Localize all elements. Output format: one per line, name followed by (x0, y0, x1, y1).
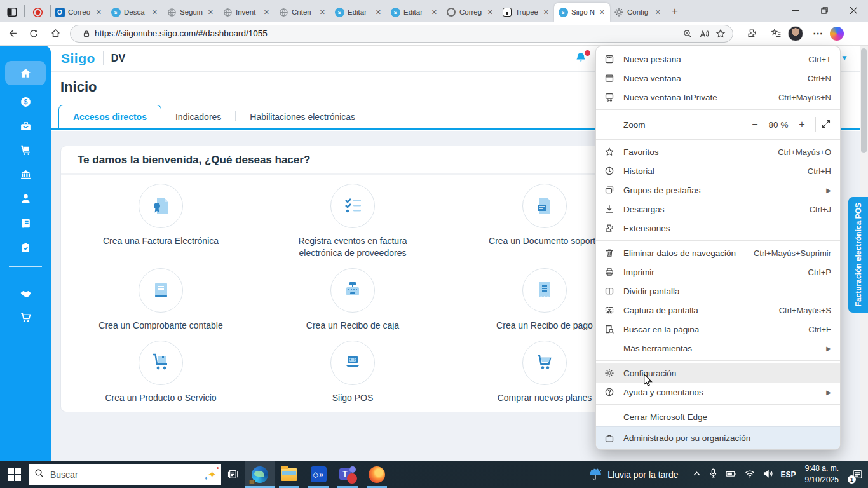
tab-close-icon[interactable]: ✕ (262, 8, 271, 17)
sidebar-item-tasks[interactable] (5, 236, 46, 259)
browser-tab-5[interactable]: SEditar✕ (330, 3, 386, 22)
taskbar-clock[interactable]: 9:48 a. m. 9/10/2025 (805, 463, 839, 485)
browser-tab-2[interactable]: Seguin✕ (163, 3, 219, 22)
minimize-button[interactable] (780, 0, 810, 20)
refresh-icon[interactable] (24, 24, 43, 43)
pinned-recording-tab[interactable] (25, 3, 50, 22)
shortcut-card-9[interactable]: Siigo POS (257, 341, 449, 404)
sidebar-item-expenses[interactable] (5, 114, 46, 137)
battery-icon[interactable] (726, 469, 736, 480)
menu-item-descargas[interactable]: DescargasCtrl+J (596, 200, 840, 219)
browser-tab-7[interactable]: Correg✕ (442, 3, 498, 22)
tab-close-icon[interactable]: ✕ (430, 8, 438, 17)
menu-item-dividir-pantalla[interactable]: Dividir pantalla (596, 281, 840, 301)
favorites-hub-icon[interactable] (766, 24, 785, 43)
menu-item-eliminar-datos-de-navegaci-n[interactable]: Eliminar datos de navegaciónCtrl+Mayús+S… (596, 243, 840, 262)
menu-item-ayuda-y-comentarios[interactable]: Ayuda y comentarios▶ (596, 383, 840, 402)
tab-close-icon[interactable]: ✕ (542, 8, 550, 17)
menu-item-historial[interactable]: HistorialCtrl+H (596, 161, 840, 180)
zoom-out-icon[interactable] (679, 25, 696, 42)
shortcut-card-5[interactable]: Crea un Recibo de caja (257, 268, 449, 332)
task-view-button[interactable] (221, 461, 245, 488)
tab-close-icon[interactable]: ✕ (318, 8, 327, 17)
sidebar-item-bank[interactable] (5, 163, 46, 186)
address-bar[interactable]: https://siigonube.siigo.com/#/dashboard/… (70, 25, 733, 43)
menu-item-extensiones[interactable]: Extensiones (596, 219, 840, 238)
volume-icon[interactable] (763, 469, 773, 480)
browser-tab-6[interactable]: SEditar✕ (386, 3, 442, 22)
tab-close-icon[interactable]: ✕ (598, 8, 606, 17)
tab-accesos-directos[interactable]: Accesos directos (58, 105, 161, 128)
menu-item-buscar-en-la-p-gina[interactable]: Buscar en la páginaCtrl+F (596, 320, 840, 339)
tab-close-icon[interactable]: ✕ (151, 8, 159, 17)
sidebar-item-money[interactable]: $ (5, 90, 46, 113)
pos-side-tab[interactable]: Facturación electrónica POS (848, 197, 868, 313)
taskbar-app-firefox[interactable] (362, 461, 391, 488)
lock-icon[interactable] (78, 25, 95, 42)
shortcut-card-8[interactable]: Crea un Producto o Servicio (65, 341, 257, 404)
tab-actions-menu-icon[interactable] (0, 3, 24, 22)
menu-item-favoritos[interactable]: FavoritosCtrl+Mayús+O (596, 142, 840, 161)
browser-tab-3[interactable]: Invent✕ (219, 3, 275, 22)
zoom-out-button[interactable]: − (747, 119, 763, 130)
browser-tab-10[interactable]: Config✕ (610, 3, 666, 22)
menu-item-administrado-por-su-organizaci-n[interactable]: Administrado por su organización (596, 426, 840, 449)
close-window-button[interactable] (839, 0, 868, 20)
action-center-button[interactable]: 1 (846, 461, 868, 488)
zoom-in-button[interactable]: + (794, 119, 810, 130)
sidebar-item-home[interactable] (5, 61, 46, 85)
taskbar-app-edge[interactable] (245, 461, 275, 488)
tab-close-icon[interactable]: ✕ (486, 8, 494, 17)
sidebar-item-accounting[interactable] (5, 212, 46, 234)
restore-button[interactable] (810, 0, 839, 20)
settings-more-icon[interactable]: ⋯ (808, 24, 827, 43)
weather-widget[interactable]: Lluvia por la tarde (588, 468, 678, 482)
tab-close-icon[interactable]: ✕ (654, 8, 662, 17)
tab-indicadores[interactable]: Indicadores (161, 105, 235, 128)
wifi-icon[interactable] (745, 469, 755, 480)
menu-item-imprimir[interactable]: ImprimirCtrl+P (596, 262, 840, 281)
tab-close-icon[interactable]: ✕ (207, 8, 215, 17)
copilot-icon[interactable] (830, 27, 844, 41)
notifications-bell[interactable] (574, 51, 590, 67)
shortcut-card-4[interactable]: Crea un Comprobante contable (65, 268, 257, 332)
microphone-icon[interactable] (709, 468, 717, 480)
taskbar-app-teams[interactable]: T (333, 461, 362, 488)
taskbar-app-remote[interactable]: ◇» (304, 461, 333, 488)
tab-habilitaciones-electr-nicas[interactable]: Habilitaciones electrónicas (236, 105, 369, 128)
account-caret-icon[interactable]: ▼ (841, 53, 848, 62)
shortcut-card-1[interactable]: Registra eventos en factura electrónica … (257, 184, 449, 259)
start-button[interactable] (0, 461, 29, 488)
browser-tab-4[interactable]: Criteri✕ (275, 3, 330, 22)
menu-item-grupos-de-pesta-as[interactable]: Grupos de pestañas▶ (596, 180, 840, 200)
browser-tab-0[interactable]: OCorreo✕ (51, 3, 107, 22)
tab-close-icon[interactable]: ✕ (95, 8, 103, 17)
sidebar-item-inventory[interactable] (5, 139, 46, 161)
back-icon[interactable] (3, 24, 22, 43)
menu-item-cerrar-microsoft-edge[interactable]: Cerrar Microsoft Edge (596, 407, 840, 426)
scrollbar-thumb[interactable] (861, 48, 867, 153)
new-tab-button[interactable]: + (666, 3, 684, 20)
menu-item-m-s-herramientas[interactable]: Más herramientas▶ (596, 339, 840, 358)
menu-item-captura-de-pantalla[interactable]: Captura de pantallaCtrl+Mayús+S (596, 301, 840, 320)
sidebar-item-contacts[interactable] (5, 187, 46, 210)
home-icon[interactable] (46, 24, 65, 43)
profile-avatar[interactable] (788, 26, 803, 41)
language-indicator[interactable]: ESP (781, 470, 796, 479)
taskbar-app-explorer[interactable] (275, 461, 304, 488)
menu-item-nueva-ventana[interactable]: Nueva ventanaCtrl+N (596, 69, 840, 88)
extensions-icon[interactable] (742, 24, 761, 43)
sidebar-item-partners[interactable] (5, 282, 46, 305)
browser-tab-8[interactable]: Trupee✕ (498, 3, 554, 22)
browser-tab-9[interactable]: SSiigo N✕ (554, 3, 610, 22)
favorite-star-icon[interactable] (712, 25, 729, 42)
menu-item-configuraci-n[interactable]: Configuración (596, 363, 840, 383)
taskbar-search[interactable]: Buscar ✦✦ (29, 464, 221, 485)
tab-close-icon[interactable]: ✕ (374, 8, 383, 17)
fullscreen-icon[interactable] (821, 119, 831, 131)
menu-item-nueva-ventana-inprivate[interactable]: Nueva ventana InPrivateCtrl+Mayús+N (596, 88, 840, 107)
read-aloud-icon[interactable] (696, 25, 712, 42)
shortcut-card-0[interactable]: Crea una Factura Electrónica (65, 184, 257, 259)
browser-tab-1[interactable]: SDesca✕ (107, 3, 163, 22)
menu-item-nueva-pesta-a[interactable]: Nueva pestañaCtrl+T (596, 50, 840, 69)
